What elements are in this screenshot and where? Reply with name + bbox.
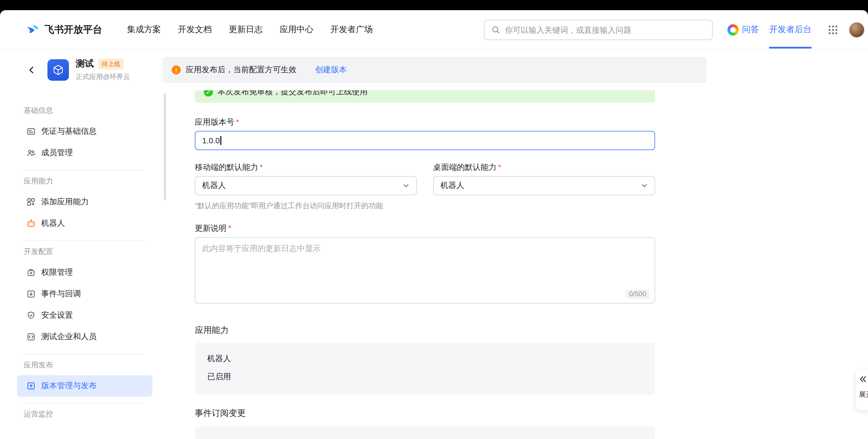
sidebar-item-label: 添加应用能力 [41, 197, 89, 207]
qa-label: 问答 [742, 24, 759, 35]
sidebar-section-monitoring: 运营监控 [17, 410, 153, 419]
sidebar-section-release: 应用发布 [17, 361, 153, 370]
sidebar-item-label: 安全设置 [41, 310, 73, 320]
logo-text: 飞书开放平台 [44, 23, 102, 36]
add-capability-icon [27, 198, 36, 206]
lock-icon [27, 268, 36, 277]
nav-app-center[interactable]: 应用中心 [280, 24, 313, 35]
version-input[interactable]: 1.0.0 [195, 131, 655, 150]
required-mark: * [236, 117, 239, 126]
sidebar-item-bot[interactable]: 机器人 [17, 213, 153, 234]
required-mark: * [498, 163, 501, 172]
sidebar-divider [24, 354, 144, 354]
back-button[interactable] [27, 65, 36, 74]
app-capability-heading: 应用能力 [195, 325, 655, 336]
content-area: 基础信息 凭证与基础信息 成员管理 [0, 90, 868, 439]
global-search[interactable] [484, 20, 713, 40]
status-badge: 待上线 [98, 59, 124, 69]
success-banner: ✓ 本次发布免审核，提交发布后即可上线使用 [195, 90, 655, 103]
nav-changelog[interactable]: 更新日志 [229, 24, 262, 35]
apps-grid-icon[interactable] [825, 22, 841, 37]
event-callback-icon [27, 290, 36, 299]
sidebar-item-label: 成员管理 [41, 148, 73, 158]
nav-integration[interactable]: 集成方案 [127, 24, 161, 35]
sidebar-item-version-release[interactable]: 版本管理与发布 [17, 375, 153, 397]
sidebar-divider [24, 403, 144, 403]
required-mark: * [228, 224, 231, 233]
sidebar-item-label: 测试企业和人员 [41, 332, 97, 342]
sidebar-divider [24, 170, 144, 170]
sidebar-item-events-callback[interactable]: 事件与回调 [17, 283, 153, 305]
capability-status: 已启用 [207, 372, 643, 382]
search-icon [491, 25, 500, 34]
app-icon [48, 59, 69, 81]
sidebar-item-label: 版本管理与发布 [41, 381, 97, 391]
app-subtitle: 正式应用@环界云 [76, 72, 140, 82]
version-label: 应用版本号* [195, 116, 655, 128]
text-caret [220, 136, 221, 145]
update-notes-label: 更新说明* [195, 222, 655, 234]
id-card-icon [27, 127, 36, 136]
feishu-logo-icon [25, 22, 40, 37]
desktop-capability-label: 桌面端的默认能力* [433, 161, 655, 173]
default-capability-row: 移动端的默认能力* 机器人 桌面端的默认能力* [195, 161, 655, 195]
sidebar-item-members[interactable]: 成员管理 [17, 142, 153, 164]
capability-hint: “默认的应用功能”即用户通过工作台访问应用时打开的功能 [195, 201, 655, 211]
mobile-capability-label: 移动端的默认能力* [195, 161, 417, 173]
sidebar-item-test-enterprise[interactable]: 测试企业和人员 [17, 326, 153, 347]
publish-warning-banner: ! 应用发布后，当前配置方可生效 创建版本 [163, 57, 707, 83]
sidebar-item-security[interactable]: 安全设置 [17, 305, 153, 326]
expand-panel-toggle[interactable]: 展开 [856, 370, 868, 410]
app-name: 测试 [76, 58, 94, 70]
sidebar-section-capability: 应用能力 [17, 177, 153, 185]
sidebar-section-dev-config: 开发配置 [17, 247, 153, 256]
nav-docs[interactable]: 开发文档 [178, 24, 212, 35]
desktop-capability-value: 机器人 [440, 180, 464, 191]
create-version-link[interactable]: 创建版本 [315, 65, 347, 75]
warning-icon: ! [172, 65, 181, 74]
success-banner-text: 本次发布免审核，提交发布后即可上线使用 [217, 90, 368, 97]
mobile-capability-value: 机器人 [202, 180, 226, 191]
top-navigation: 集成方案 开发文档 更新日志 应用中心 开发者广场 [127, 24, 373, 35]
publish-icon [27, 381, 36, 391]
qa-entry[interactable]: 问答 [727, 24, 759, 35]
feishu-logo[interactable]: 飞书开放平台 [25, 22, 102, 37]
event-subscription-card [195, 427, 655, 439]
chevron-down-icon [641, 182, 648, 189]
version-value: 1.0.0 [202, 136, 220, 145]
search-input[interactable] [505, 25, 705, 34]
sidebar-scrollbar[interactable] [164, 93, 166, 200]
tab-developer-console[interactable]: 开发者后台 [769, 24, 811, 35]
mobile-capability-select[interactable]: 机器人 [195, 176, 417, 195]
members-icon [27, 148, 36, 158]
sidebar: 基础信息 凭证与基础信息 成员管理 [0, 90, 169, 439]
event-subscription-heading: 事件订阅变更 [195, 408, 655, 419]
expand-label: 展开 [859, 390, 868, 400]
app-bar: 测试 待上线 正式应用@环界云 ! 应用发布后，当前配置方可生效 创建版本 [0, 49, 868, 90]
check-circle-icon: ✓ [204, 90, 213, 97]
sidebar-item-permissions[interactable]: 权限管理 [17, 262, 153, 283]
sidebar-item-add-capability[interactable]: 添加应用能力 [17, 191, 153, 213]
app-meta: 测试 待上线 正式应用@环界云 [76, 58, 140, 82]
qa-gradient-icon [727, 24, 739, 35]
sidebar-divider [24, 240, 144, 241]
nav-dev-plaza[interactable]: 开发者广场 [330, 24, 373, 35]
desktop-capability-select[interactable]: 机器人 [433, 176, 655, 195]
double-chevron-left-icon [859, 375, 867, 383]
sidebar-item-label: 机器人 [41, 218, 65, 229]
browser-page: 飞书开放平台 集成方案 开发文档 更新日志 应用中心 开发者广场 问答 [0, 10, 868, 439]
main-content: ✓ 本次发布免审核，提交发布后即可上线使用 应用版本号* 1.0.0 移动端的默… [169, 90, 868, 439]
required-mark: * [260, 163, 263, 172]
update-notes-textarea[interactable] [195, 237, 655, 304]
sidebar-section-basic: 基础信息 [17, 106, 153, 115]
update-notes-field: 0/500 [195, 237, 655, 304]
top-header: 飞书开放平台 集成方案 开发文档 更新日志 应用中心 开发者广场 问答 [0, 10, 868, 49]
app-capability-card: 机器人 已启用 [195, 342, 655, 395]
sidebar-item-label: 凭证与基础信息 [41, 126, 97, 137]
sidebar-item-credentials[interactable]: 凭证与基础信息 [17, 121, 153, 142]
code-brackets-icon [27, 332, 36, 341]
shield-icon [27, 311, 36, 320]
user-avatar[interactable] [849, 22, 865, 37]
version-form: ✓ 本次发布免审核，提交发布后即可上线使用 应用版本号* 1.0.0 移动端的默… [195, 90, 655, 439]
sidebar-item-label: 权限管理 [41, 267, 73, 278]
